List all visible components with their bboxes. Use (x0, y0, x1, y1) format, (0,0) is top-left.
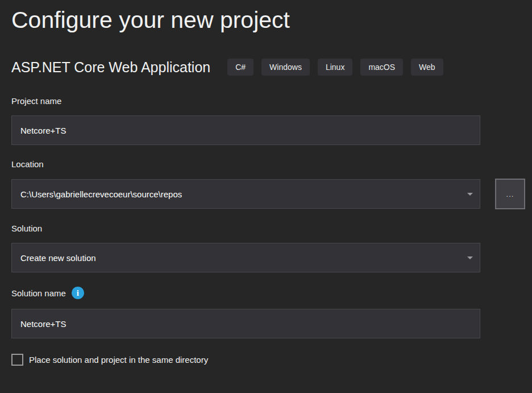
location-value: C:\Users\gabriellecrevecoeur\source\repo… (20, 189, 182, 199)
template-tag-list: C# Windows Linux macOS Web (227, 59, 443, 76)
tag-macos: macOS (360, 59, 403, 76)
template-name: ASP.NET Core Web Application (11, 59, 210, 76)
dropdown-arrow-icon[interactable] (467, 257, 473, 259)
browse-location-button[interactable]: ... (495, 179, 525, 209)
dropdown-arrow-icon[interactable] (467, 193, 473, 196)
solution-label: Solution (11, 224, 532, 233)
template-row: ASP.NET Core Web Application C# Windows … (11, 59, 532, 76)
same-directory-checkbox[interactable] (11, 354, 23, 366)
project-name-input[interactable] (11, 115, 480, 145)
solution-name-label: Solution name (11, 288, 66, 298)
same-directory-option[interactable]: Place solution and project in the same d… (11, 354, 532, 366)
configure-project-dialog: Configure your new project ASP.NET Core … (0, 0, 532, 366)
location-combobox[interactable]: C:\Users\gabriellecrevecoeur\source\repo… (11, 179, 480, 209)
info-icon[interactable]: i (72, 287, 84, 299)
solution-combobox[interactable]: Create new solution (11, 243, 480, 272)
project-name-group: Project name (11, 96, 532, 145)
solution-selected-value: Create new solution (20, 253, 96, 263)
tag-web: Web (411, 59, 443, 76)
location-row: C:\Users\gabriellecrevecoeur\source\repo… (11, 179, 532, 209)
same-directory-label: Place solution and project in the same d… (29, 355, 208, 365)
solution-name-label-row: Solution name i (11, 287, 532, 299)
location-label: Location (11, 159, 532, 169)
solution-group: Solution Create new solution (11, 224, 532, 272)
tag-linux: Linux (318, 59, 352, 76)
location-group: Location C:\Users\gabriellecrevecoeur\so… (11, 159, 532, 209)
page-title: Configure your new project (11, 0, 532, 34)
tag-csharp: C# (227, 59, 253, 76)
solution-name-input[interactable] (11, 309, 480, 338)
solution-name-group: Solution name i (11, 287, 532, 338)
tag-windows: Windows (261, 59, 310, 76)
project-name-label: Project name (11, 96, 532, 106)
